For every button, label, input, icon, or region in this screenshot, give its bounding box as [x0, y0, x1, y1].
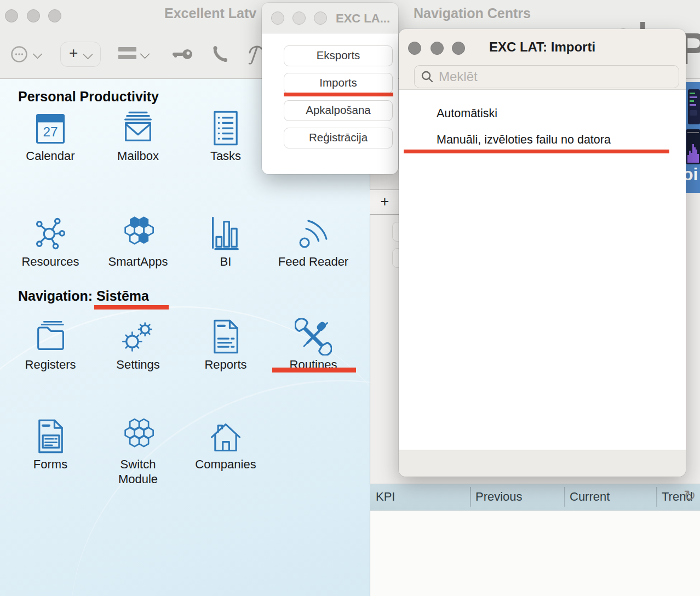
routines-icon	[295, 318, 332, 356]
app-icon-feed-reader[interactable]: Feed Reader	[269, 215, 357, 269]
kpi-column-header[interactable]: KPI	[376, 490, 395, 504]
import-options-list: Automātiski Manuāli, izvēloties failu no…	[399, 89, 686, 451]
settings-icon	[119, 318, 157, 356]
partial-toolbar-icon[interactable]	[248, 44, 262, 65]
import-window-footer	[399, 450, 686, 477]
import-window-title: EXC LAT: Importi	[399, 39, 686, 55]
app-label: Companies	[182, 457, 269, 472]
promo-image-strip: oi	[686, 82, 700, 193]
resources-icon	[32, 215, 69, 253]
app-label: Switch Module	[112, 457, 164, 486]
kpi-table-header: KPI Previous Current Trend ↻	[370, 484, 700, 511]
import-window: EXC LAT: Importi Automātiski Manuāli, iz…	[399, 29, 686, 477]
heading-prefix: Navigation:	[18, 288, 96, 303]
mailbox-icon	[119, 110, 157, 147]
svg-text:27: 27	[43, 124, 58, 139]
kpi-add-button[interactable]: +	[370, 190, 400, 215]
app-icon-settings[interactable]: Settings	[94, 318, 182, 372]
heading-module-link[interactable]: Sistēma	[96, 288, 149, 303]
companies-icon	[207, 418, 244, 455]
promo-text-fragment: oi	[686, 164, 698, 185]
smartapps-icon	[119, 215, 157, 253]
app-label: Tasks	[182, 148, 269, 163]
phone-icon[interactable]	[211, 45, 229, 64]
app-icon-forms[interactable]: Forms	[7, 418, 94, 472]
list-item-manuali[interactable]: Manuāli, izvēloties failu no datora	[437, 133, 611, 147]
app-label: Reports	[182, 357, 269, 372]
app-label: SmartApps	[94, 254, 182, 269]
registers-icon	[32, 318, 69, 356]
app-label: Mailbox	[94, 148, 182, 163]
reports-icon	[207, 318, 244, 356]
more-options-chevron-icon[interactable]	[32, 49, 42, 59]
list-item-automatiski[interactable]: Automātiski	[437, 107, 497, 121]
eksports-button[interactable]: Eksports	[284, 45, 393, 66]
screen: Excellent Latv Navigation Centrs +	[0, 0, 700, 596]
app-icon-reports[interactable]: Reports	[182, 318, 269, 372]
app-icon-resources[interactable]: Resources	[7, 215, 94, 269]
bi-icon	[207, 215, 244, 253]
close-button[interactable]	[5, 9, 18, 22]
annotation-underline-sistema	[94, 305, 169, 310]
imports-button[interactable]: Imports	[284, 73, 393, 94]
close-button[interactable]	[271, 12, 284, 25]
search-input[interactable]	[438, 67, 670, 86]
tasks-icon	[207, 110, 244, 147]
app-icon-bi[interactable]: BI	[182, 215, 269, 269]
new-item-chevron-icon	[83, 49, 93, 59]
minimize-button[interactable]	[292, 12, 306, 25]
app-label: Calendar	[7, 148, 94, 163]
app-label: BI	[182, 254, 269, 269]
feed-reader-icon	[295, 215, 332, 253]
switch-module-icon	[119, 418, 157, 455]
palette-window-title: EXC LA...	[336, 12, 390, 26]
app-label: Registers	[7, 357, 94, 372]
app-icon-tasks[interactable]: Tasks	[182, 110, 269, 163]
zoom-button[interactable]	[48, 9, 61, 22]
app-label: Feed Reader	[269, 254, 357, 269]
search-field[interactable]	[414, 65, 679, 88]
calendar-icon: 27	[32, 110, 69, 147]
palette-titlebar[interactable]: EXC LA...	[262, 3, 398, 33]
search-icon	[421, 70, 434, 83]
section-heading-personal-productivity: Personal Productivity	[18, 89, 159, 105]
promo-phone-thumbnail	[688, 89, 700, 124]
app-icon-switch-module[interactable]: Switch Module	[94, 418, 182, 486]
current-column-header[interactable]: Current	[570, 490, 610, 504]
main-window-title-right: Navigation Centrs	[414, 5, 531, 21]
previous-column-header[interactable]: Previous	[475, 490, 523, 504]
new-item-button[interactable]: +	[60, 42, 101, 67]
app-icon-routines[interactable]: Routines	[269, 318, 357, 372]
annotation-underline-routines	[272, 368, 356, 373]
app-icon-mailbox[interactable]: Mailbox	[94, 110, 182, 163]
app-label: Resources	[7, 254, 94, 269]
section-heading-navigation: Navigation: Sistēma	[18, 288, 149, 304]
app-label: Forms	[7, 457, 94, 472]
app-icon-calendar[interactable]: 27 Calendar	[7, 110, 94, 163]
main-window-title-left: Excellent Latv	[164, 5, 256, 21]
plus-icon: +	[381, 193, 389, 210]
annotation-underline-imports	[284, 93, 393, 96]
refresh-icon[interactable]: ↻	[684, 487, 696, 505]
kpi-table-body	[370, 509, 700, 596]
app-icon-smartapps[interactable]: SmartApps	[94, 215, 182, 269]
list-view-chevron-icon[interactable]	[140, 49, 150, 59]
annotation-underline-manuali	[404, 150, 669, 153]
routines-palette-window: EXC LA... Eksports Imports Apkalpošana R…	[262, 3, 398, 174]
more-options-icon[interactable]	[10, 45, 28, 63]
app-label: Settings	[94, 357, 182, 372]
app-icon-companies[interactable]: Companies	[182, 418, 269, 472]
plus-icon: +	[69, 44, 78, 62]
app-icon-registers[interactable]: Registers	[7, 318, 94, 372]
forms-icon	[32, 418, 69, 455]
registracija-button[interactable]: Reģistrācija	[284, 128, 393, 148]
minimize-button[interactable]	[27, 9, 40, 22]
apkalposana-button[interactable]: Apkalpošana	[284, 100, 393, 121]
promo-chart-thumbnail	[686, 129, 700, 164]
zoom-button[interactable]	[314, 12, 327, 25]
key-icon[interactable]	[172, 47, 193, 62]
